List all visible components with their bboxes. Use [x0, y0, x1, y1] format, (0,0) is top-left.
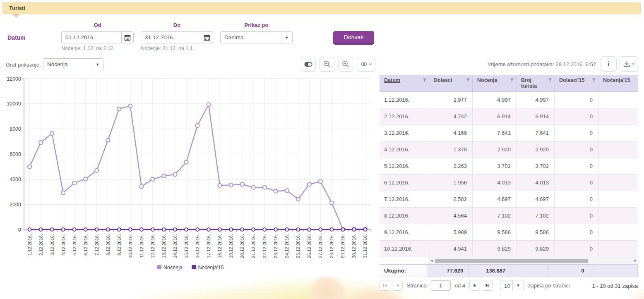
- data-table: DatumDolasciNoćenjaBroj turistaDolasci'1…: [380, 75, 638, 257]
- chart-toolbar: [301, 57, 375, 72]
- table-row[interactable]: 1.12.2016.2.9774.9974.9970: [380, 92, 638, 108]
- table-cell: [598, 208, 638, 224]
- table-cell: 8.12.2016.: [380, 208, 429, 224]
- table-cell: 9.829: [517, 241, 555, 257]
- graf-prikazuje-label: Graf prikazuje:: [6, 62, 41, 68]
- date-from-hint: Noćenje: 1.12. na 2.12.: [61, 45, 115, 51]
- filter-icon[interactable]: [423, 78, 427, 82]
- dropdown-arrow-icon: ▼: [92, 59, 103, 70]
- svg-text:15.12.2016.: 15.12.2016.: [184, 234, 189, 258]
- table-cell: [598, 158, 638, 174]
- page-number-input[interactable]: [431, 280, 451, 291]
- table-row[interactable]: 2.12.2016.4.7426.9146.9140: [380, 108, 638, 125]
- column-header-4[interactable]: Broj turista: [517, 75, 555, 91]
- table-row[interactable]: 7.12.2016.2.5824.6974.6970: [380, 191, 638, 208]
- scroll-left-icon[interactable]: ◂: [429, 257, 434, 264]
- table-cell: 0: [555, 241, 598, 257]
- series-visibility-button[interactable]: [357, 57, 375, 72]
- table-cell: 9.12.2016.: [380, 224, 429, 240]
- total-cell: 77.620: [427, 265, 469, 277]
- zoom-in-button[interactable]: [338, 57, 353, 72]
- table-row[interactable]: 8.12.2016.4.5647.1027.1020: [380, 208, 638, 224]
- horizontal-scrollbar[interactable]: ◂ ▸: [429, 257, 638, 264]
- calendar-icon[interactable]: [121, 32, 133, 43]
- svg-text:27.12.2016.: 27.12.2016.: [318, 234, 323, 258]
- info-button[interactable]: i: [600, 56, 617, 72]
- table-row[interactable]: 4.12.2016.1.3702.9202.9200: [380, 141, 638, 158]
- table-cell: 4.697: [517, 191, 555, 207]
- table-cell: 4.12.2016.: [380, 141, 429, 158]
- graf-select-value: Noćenja: [43, 59, 92, 70]
- date-from-value[interactable]: 01.12.2016.: [62, 32, 121, 43]
- filter-icon[interactable]: [510, 78, 514, 82]
- svg-text:13.12.2016.: 13.12.2016.: [161, 234, 166, 258]
- column-header-5[interactable]: Dolasci'15: [555, 75, 598, 91]
- next-page-button[interactable]: [469, 280, 480, 291]
- scrollbar-spacer: [380, 257, 429, 264]
- table-cell: 7.641: [517, 125, 555, 141]
- svg-text:0: 0: [18, 227, 21, 233]
- column-header-1[interactable]: Datum: [380, 75, 429, 91]
- table-cell: 4.997: [473, 92, 517, 108]
- contrast-toggle-button[interactable]: [301, 57, 316, 72]
- last-page-button[interactable]: [482, 280, 493, 291]
- filter-icon[interactable]: [466, 78, 470, 82]
- pagination-bar: Stranica od 4 10 ▼ zapisa po stranici: [380, 280, 574, 291]
- prev-page-button[interactable]: [392, 280, 403, 291]
- date-to-field[interactable]: 31.12.2016.: [141, 31, 213, 43]
- column-header-6[interactable]: Noćenja'15: [598, 75, 638, 91]
- svg-text:12000: 12000: [7, 76, 21, 82]
- date-to-value[interactable]: 31.12.2016.: [141, 32, 201, 43]
- calendar-icon[interactable]: [201, 32, 213, 43]
- graf-select[interactable]: Noćenja ▼: [43, 58, 103, 70]
- svg-text:28.12.2016.: 28.12.2016.: [329, 234, 334, 258]
- records-range-label: 1 - 10 od 31 zapisa: [592, 283, 638, 289]
- svg-text:20.12.2016.: 20.12.2016.: [240, 234, 245, 258]
- scroll-right-icon[interactable]: ▸: [633, 257, 638, 264]
- first-page-button[interactable]: [380, 280, 390, 291]
- svg-text:8.12.2016.: 8.12.2016.: [106, 234, 111, 256]
- prikaz-po-select[interactable]: Danima ▼: [220, 31, 293, 43]
- prikaz-po-label: Prikaz po: [220, 22, 293, 28]
- svg-text:5.12.2016.: 5.12.2016.: [72, 234, 77, 256]
- svg-text:4000: 4000: [10, 177, 21, 182]
- page-size-select[interactable]: 10 ▼: [500, 280, 524, 291]
- svg-text:23.12.2016.: 23.12.2016.: [273, 234, 278, 258]
- zoom-out-button[interactable]: [320, 57, 334, 72]
- table-row[interactable]: 10.12.2016.4.9419.8299.8290: [380, 241, 638, 257]
- column-header-2[interactable]: Dolasci: [429, 75, 473, 91]
- table-row[interactable]: 3.12.2016.4.1697.6417.6410: [380, 125, 638, 141]
- table-cell: 2.263: [429, 158, 473, 174]
- table-header-row: DatumDolasciNoćenjaBroj turistaDolasci'1…: [380, 75, 638, 92]
- svg-text:11.12.2016.: 11.12.2016.: [139, 234, 144, 258]
- table-cell: 2.977: [429, 92, 473, 108]
- scrollbar-thumb[interactable]: [435, 259, 588, 263]
- fetch-button[interactable]: Dohvati: [333, 31, 374, 43]
- total-cell: 136.887: [469, 265, 511, 277]
- eye-icon: [360, 62, 368, 67]
- svg-text:14.12.2016.: 14.12.2016.: [173, 234, 178, 258]
- filter-icon[interactable]: [592, 78, 596, 82]
- table-cell: 2.920: [473, 141, 517, 158]
- chevron-down-icon: [632, 63, 635, 65]
- svg-text:31.12.2016.: 31.12.2016.: [363, 234, 368, 258]
- table-cell: [598, 191, 638, 207]
- svg-text:1.12.2016.: 1.12.2016.: [27, 234, 32, 256]
- page-header-bar: Turisti: [2, 2, 641, 14]
- download-button[interactable]: [620, 56, 638, 72]
- date-from-field[interactable]: 01.12.2016.: [61, 31, 134, 43]
- svg-text:2000: 2000: [10, 202, 21, 208]
- page-title: Turisti: [9, 5, 25, 11]
- table-cell: 6.12.2016.: [380, 175, 429, 191]
- table-row[interactable]: 5.12.2016.2.2633.7023.7020: [380, 158, 638, 175]
- prikaz-po-value: Danima: [221, 32, 281, 43]
- table-row[interactable]: 9.12.2016.5.9899.5869.5860: [380, 224, 638, 241]
- svg-text:18.12.2016.: 18.12.2016.: [217, 234, 222, 258]
- table-cell: 0: [555, 175, 598, 191]
- filter-icon[interactable]: [548, 78, 552, 82]
- svg-text:10.12.2016.: 10.12.2016.: [128, 234, 133, 258]
- stranica-label: Stranica: [407, 282, 427, 289]
- table-row[interactable]: 6.12.2016.1.9564.0134.0130: [380, 175, 638, 191]
- column-header-3[interactable]: Noćenja: [473, 75, 517, 91]
- table-cell: 0: [555, 108, 598, 124]
